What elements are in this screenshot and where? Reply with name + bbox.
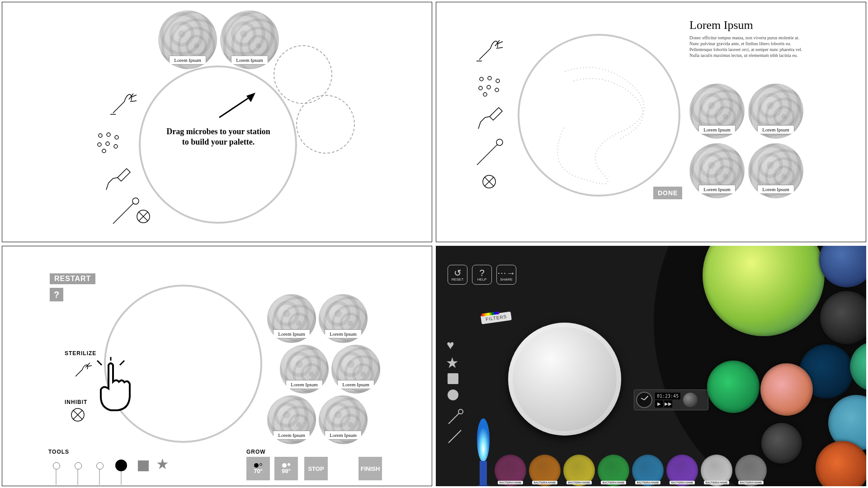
microbe-label: Lorem Ipsum xyxy=(757,185,794,194)
fast-forward-button[interactable]: ▶▶ xyxy=(664,400,672,408)
microbe-swatch[interactable]: Lorem Ipsum xyxy=(689,84,745,139)
bacteria-swatch[interactable]: BACTERIA NAME xyxy=(563,455,595,486)
svg-point-17 xyxy=(479,86,482,90)
bacteria-swatch[interactable]: BACTERIA NAME xyxy=(529,455,561,486)
microbe-label: Lorem Ipsum xyxy=(325,431,362,440)
microbe-swatch[interactable]: Lorem Ipsum xyxy=(319,395,368,444)
svg-point-19 xyxy=(495,88,499,92)
bacteria-label: BACTERIA NAME xyxy=(498,481,524,484)
svg-point-22 xyxy=(496,139,503,145)
square-icon[interactable] xyxy=(448,373,458,384)
microbe-swatch[interactable]: Lorem Ipsum xyxy=(331,345,380,394)
timer-panel: 01:23:45 ▶ ▶▶ xyxy=(634,389,708,410)
bacteria-swatch[interactable]: BACTERIA NAME xyxy=(495,455,526,486)
tool-slot[interactable] xyxy=(77,467,78,485)
main-petri-dish[interactable] xyxy=(518,34,680,197)
grow-temp-button[interactable]: 70° xyxy=(246,457,270,480)
drop-target[interactable] xyxy=(296,95,355,154)
temp-value: 70° xyxy=(254,468,263,474)
svg-point-15 xyxy=(488,76,491,80)
inhibit-icon[interactable] xyxy=(481,174,497,189)
microbe-swatch[interactable]: Lorem Ipsum xyxy=(267,395,316,444)
svg-line-0 xyxy=(219,95,253,117)
gallery-petri-dish[interactable] xyxy=(760,363,813,416)
svg-point-3 xyxy=(107,133,110,136)
brush-square[interactable] xyxy=(138,460,149,471)
reset-button[interactable]: ↺RESET xyxy=(448,265,467,285)
pipette-tool-icon[interactable] xyxy=(104,165,136,197)
svg-point-33 xyxy=(458,409,463,414)
gallery-petri-dish[interactable] xyxy=(707,361,760,413)
star-icon[interactable]: ★ xyxy=(446,354,459,371)
bacteria-label: BACTERIA NAME xyxy=(704,481,730,484)
inhibit-label: INHIBIT xyxy=(65,399,87,405)
microbe-swatch[interactable]: Lorem Ipsum xyxy=(158,10,217,69)
microbe-label: Lorem Ipsum xyxy=(337,380,374,389)
svg-point-8 xyxy=(102,149,106,153)
microbe-swatch[interactable]: Lorem Ipsum xyxy=(689,143,745,198)
done-button[interactable]: DONE xyxy=(653,187,682,199)
svg-line-34 xyxy=(448,430,461,443)
inoculation-loop-icon[interactable] xyxy=(475,138,506,169)
main-petri-dish[interactable] xyxy=(508,323,621,436)
stop-button[interactable]: STOP xyxy=(304,457,328,480)
speed-dial[interactable] xyxy=(683,393,698,407)
restart-button[interactable]: RESTART xyxy=(50,273,95,284)
svg-line-29 xyxy=(97,361,102,365)
bacteria-swatch[interactable]: BACTERIA NAME xyxy=(735,455,767,486)
info-body: Donec efficitur tempus massa, non viverr… xyxy=(689,35,807,58)
microbe-label: Lorem Ipsum xyxy=(169,56,206,65)
svg-point-14 xyxy=(480,77,483,81)
bunsen-burner-icon[interactable] xyxy=(108,88,140,120)
microbe-swatch[interactable]: Lorem Ipsum xyxy=(280,345,329,394)
microbe-swatch[interactable]: Lorem Ipsum xyxy=(748,143,803,198)
dots-tool-icon[interactable] xyxy=(95,131,122,154)
microbe-swatch[interactable]: Lorem Ipsum xyxy=(748,84,803,139)
svg-point-18 xyxy=(487,85,491,89)
microbe-label: Lorem Ipsum xyxy=(698,125,736,134)
microbe-label: Lorem Ipsum xyxy=(286,380,323,389)
finish-button[interactable]: FINISH xyxy=(359,457,382,480)
help-button[interactable]: ? xyxy=(50,288,63,301)
grow-temp-button[interactable]: 98° xyxy=(274,457,298,480)
microbe-label: Lorem Ipsum xyxy=(757,125,794,134)
bacteria-label: BACTERIA NAME xyxy=(670,481,695,484)
share-button[interactable]: ⋯→SHARE xyxy=(496,265,516,285)
svg-point-10 xyxy=(132,198,139,204)
svg-rect-37 xyxy=(478,485,489,486)
bunsen-burner-icon[interactable] xyxy=(475,35,506,66)
inhibit-icon[interactable] xyxy=(70,407,85,422)
svg-line-9 xyxy=(113,203,133,224)
pipette-tool-icon[interactable] xyxy=(476,104,508,136)
microbe-swatch[interactable]: Lorem Ipsum xyxy=(319,294,368,343)
tool-slot[interactable] xyxy=(99,467,100,485)
needle-icon[interactable] xyxy=(447,427,465,445)
gallery-petri-dish[interactable] xyxy=(761,423,802,464)
circle-icon[interactable] xyxy=(448,389,458,400)
microbe-swatch[interactable]: Lorem Ipsum xyxy=(267,294,316,343)
bunsen-burner[interactable] xyxy=(470,418,497,486)
microbe-label: Lorem Ipsum xyxy=(698,185,736,194)
brush-star[interactable]: ★ xyxy=(156,457,169,471)
svg-point-35 xyxy=(477,418,490,462)
svg-point-5 xyxy=(98,143,101,146)
inoculation-loop-icon[interactable] xyxy=(447,408,465,426)
microbe-label: Lorem Ipsum xyxy=(273,431,310,440)
dots-tool-icon[interactable] xyxy=(476,75,503,97)
bacteria-label: BACTERIA NAME xyxy=(635,481,661,484)
bacteria-swatch[interactable]: BACTERIA NAME xyxy=(598,455,629,486)
tool-slot[interactable] xyxy=(56,467,57,485)
svg-line-21 xyxy=(477,145,497,165)
bacteria-swatch[interactable]: BACTERIA NAME xyxy=(666,455,698,486)
svg-point-4 xyxy=(115,136,118,139)
inhibit-icon[interactable] xyxy=(136,209,151,224)
filters-button[interactable]: FILTERS xyxy=(481,311,512,324)
brush-circle[interactable] xyxy=(115,460,127,471)
heart-icon[interactable]: ♥ xyxy=(447,338,454,352)
help-button[interactable]: ?HELP xyxy=(472,265,492,285)
timer-readout: 01:23:45 xyxy=(655,393,680,399)
play-button[interactable]: ▶ xyxy=(655,400,663,408)
bacteria-swatch[interactable]: BACTERIA NAME xyxy=(632,455,664,486)
bacteria-swatch[interactable]: BACTERIA NAME xyxy=(701,455,732,486)
microbe-swatch[interactable]: Lorem Ipsum xyxy=(220,10,279,69)
